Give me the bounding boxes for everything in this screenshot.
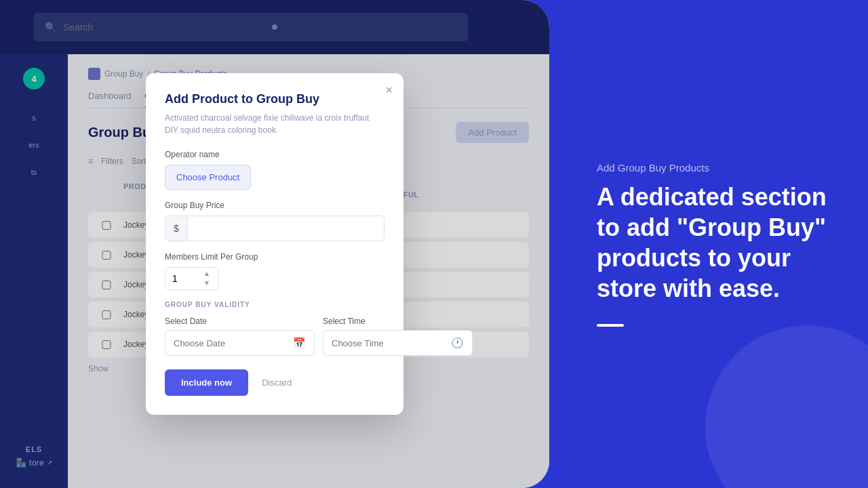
modal-overlay: × Add Product to Group Buy Activated cha…: [0, 0, 549, 488]
choose-product-button[interactable]: Choose Product: [165, 165, 251, 190]
modal-title: Add Product to Group Buy: [165, 92, 384, 106]
modal-description: Activated charcoal selvage fixie chillwa…: [165, 112, 384, 136]
discard-button[interactable]: Discard: [262, 378, 292, 388]
modal: × Add Product to Group Buy Activated cha…: [146, 73, 403, 415]
members-limit-label: Members Limit Per Group: [165, 252, 384, 262]
price-input[interactable]: [188, 216, 384, 241]
modal-footer: Include now Discard: [165, 369, 384, 396]
modal-close-button[interactable]: ×: [385, 84, 393, 96]
validity-section-label: GROUP BUY VALIDITY: [165, 301, 384, 308]
right-panel-subtitle: Add Group Buy Products: [597, 162, 827, 174]
deco-circle: [705, 325, 868, 488]
select-time-label: Select Time: [323, 317, 473, 326]
include-now-button[interactable]: Include now: [165, 369, 248, 396]
members-spinner: ▲ ▼: [199, 268, 214, 289]
right-panel: Add Group Buy Products A dedicated secti…: [542, 0, 868, 488]
time-col: Select Time 🕐: [323, 317, 473, 356]
time-input[interactable]: [332, 338, 446, 348]
right-panel-divider: [597, 324, 624, 327]
price-prefix: $: [165, 216, 188, 241]
group-buy-price-label: Group Buy Price: [165, 201, 384, 210]
date-input-wrap[interactable]: 📅: [165, 330, 315, 356]
main-area: 🔍 4 s ers ts ELS 🏪 tore ↗ Group Buy / Gr…: [0, 0, 549, 488]
validity-row: Select Date 📅 Select Time 🕐: [165, 317, 384, 356]
group-buy-price-group: Group Buy Price $: [165, 201, 384, 241]
members-increment-button[interactable]: ▲: [202, 270, 212, 278]
price-input-wrap[interactable]: $: [165, 216, 384, 241]
operator-name-label: Operator name: [165, 150, 384, 159]
members-input-wrap[interactable]: ▲ ▼: [165, 267, 219, 290]
right-panel-main-text: A dedicated section to add "Group Buy" p…: [597, 182, 827, 304]
calendar-icon: 📅: [293, 337, 306, 349]
select-date-label: Select Date: [165, 317, 315, 326]
time-input-wrap[interactable]: 🕐: [323, 330, 473, 356]
date-input[interactable]: [174, 338, 288, 348]
members-input[interactable]: [165, 268, 199, 289]
clock-icon: 🕐: [451, 337, 464, 349]
members-decrement-button[interactable]: ▼: [202, 279, 212, 287]
operator-name-group: Operator name Choose Product: [165, 150, 384, 190]
members-limit-group: Members Limit Per Group ▲ ▼: [165, 252, 384, 290]
date-col: Select Date 📅: [165, 317, 315, 356]
